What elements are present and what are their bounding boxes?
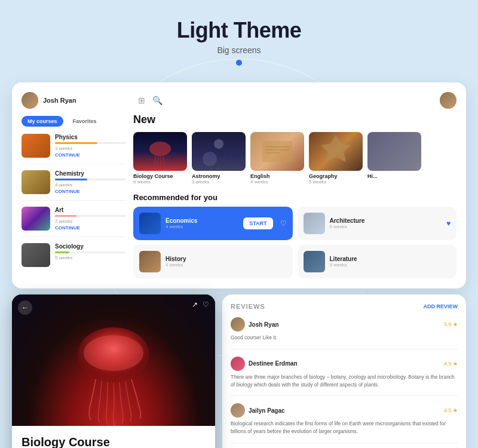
review-text-destinee: There are three major branches of biolog… [231, 373, 458, 389]
sociology-progress [55, 251, 69, 253]
bottom-row: ← ↗ ♡ [12, 294, 466, 448]
biology-detail-card: ← ↗ ♡ [12, 294, 215, 448]
dashboard-card: Josh Ryan My courses Favorites Physics 3… [12, 82, 466, 289]
architecture-heart-icon[interactable]: ♥ [446, 219, 451, 228]
rec-card-history[interactable]: History 4 weeks [133, 245, 293, 278]
chemistry-meta: 4 weeks [55, 182, 126, 188]
review-header-jailyn: Jailyn Pagac 4.5 ★ [231, 403, 458, 418]
chemistry-info: Chemistry 4 weeks CONTINUE [55, 170, 126, 194]
biology-thumb-card [133, 132, 187, 171]
astronomy-thumb-card [192, 132, 246, 171]
economics-meta: 4 weeks [166, 224, 238, 229]
avatar-destinee [231, 357, 245, 371]
add-review-button[interactable]: ADD REVIEW [423, 303, 458, 309]
sidebar-course-sociology: Sociology 5 weeks [22, 243, 126, 273]
avatar-josh [231, 317, 245, 332]
architecture-thumb [304, 213, 325, 234]
search-icon[interactable]: 🔍 [152, 96, 163, 105]
art-name: Art [55, 207, 126, 213]
review-header-destinee: Destinee Erdman 4.5 ★ [231, 357, 458, 371]
economics-thumb [139, 213, 161, 234]
history-meta: 4 weeks [166, 262, 287, 268]
geography-thumb-card [309, 132, 363, 171]
physics-meta: 3 weeks [55, 146, 126, 151]
art-continue[interactable]: CONTINUE [55, 225, 126, 231]
physics-continue[interactable]: CONTINUE [55, 152, 126, 158]
economics-info: Economics 4 weeks [166, 217, 238, 229]
chemistry-name: Chemistry [55, 170, 126, 177]
rec-card-architecture[interactable]: Architecture 6 weeks ♥ [298, 207, 457, 240]
biology-card-name: Biology Course [133, 173, 187, 179]
review-text-josh: Good course! Like it. [231, 334, 458, 342]
chemistry-progress [55, 179, 87, 180]
literature-meta: 3 weeks [330, 262, 451, 268]
astronomy-card-name: Astronomy [192, 173, 246, 179]
reviews-title: REVIEWS [231, 303, 265, 310]
economics-start-btn[interactable]: START [243, 217, 272, 229]
avatar [22, 92, 38, 109]
svg-point-0 [149, 142, 171, 156]
reviewer-rating-josh: 5.0 ★ [444, 321, 458, 327]
bookmark-icon[interactable]: ♡ [203, 300, 209, 309]
biology-content: Biology Course 4 weeks ★★★★☆ Biology is … [12, 426, 215, 448]
tab-buttons: My courses Favorites [22, 116, 126, 127]
my-courses-tab[interactable]: My courses [22, 116, 63, 127]
economics-heart-icon[interactable]: ♡ [280, 219, 287, 228]
chemistry-progress-wrap [55, 179, 126, 180]
biology-image: ← ↗ ♡ [12, 294, 215, 426]
user-avatar-top [440, 92, 456, 109]
architecture-meta: 6 weeks [330, 224, 442, 229]
course-card-biology[interactable]: Biology Course 6 weeks [133, 132, 187, 185]
english-thumb-card [250, 132, 304, 171]
review-destinee: Destinee Erdman 4.5 ★ There are three ma… [231, 357, 458, 397]
avatar-jailyn [231, 403, 245, 418]
course-card-more: Hi... [367, 132, 421, 185]
svg-line-4 [163, 156, 164, 170]
reviewer-rating-destinee: 4.5 ★ [444, 361, 458, 367]
course-card-english[interactable]: English 4 weeks [250, 132, 304, 185]
sidebar: Josh Ryan My courses Favorites Physics 3… [22, 92, 126, 279]
physics-info: Physics 3 weeks CONTINUE [55, 134, 126, 158]
chemistry-continue[interactable]: CONTINUE [55, 189, 126, 194]
history-thumb [139, 251, 161, 272]
reviews-card: REVIEWS ADD REVIEW Josh Ryan 5.0 ★ Good … [222, 294, 466, 448]
recommended-row-2: History 4 weeks Literature 3 weeks [133, 245, 456, 278]
biology-card-meta: 6 weeks [133, 179, 187, 185]
new-section-title: New [133, 113, 456, 126]
page-subtitle: Big screens [0, 45, 478, 55]
more-thumb-card [367, 132, 421, 171]
rec-card-economics[interactable]: Economics 4 weeks START ♡ [133, 207, 293, 240]
biology-title: Biology Course [22, 435, 206, 448]
course-card-geography[interactable]: Geography 5 weeks [309, 132, 363, 185]
history-info: History 4 weeks [166, 256, 287, 268]
grid-icon[interactable]: ⊞ [138, 96, 145, 105]
main-content: ⊞ 🔍 New [133, 92, 456, 279]
svg-line-1 [154, 155, 156, 169]
sociology-meta: 5 weeks [55, 255, 126, 260]
economics-name: Economics [166, 217, 238, 224]
physics-thumb [22, 134, 50, 158]
art-thumb [22, 207, 50, 231]
rec-card-literature[interactable]: Literature 3 weeks [298, 245, 457, 278]
favorites-tab[interactable]: Favorites [67, 116, 103, 127]
reviewer-name-josh: Josh Ryan [249, 321, 440, 328]
art-info: Art 2 weeks CONTINUE [55, 207, 126, 231]
reviewer-name-jailyn: Jailyn Pagac [249, 407, 440, 414]
literature-info: Literature 3 weeks [330, 256, 451, 268]
share-icon[interactable]: ↗ [192, 300, 198, 309]
astronomy-card-meta: 3 weeks [192, 179, 246, 185]
back-button[interactable]: ← [18, 300, 32, 315]
geography-card-meta: 5 weeks [309, 179, 363, 185]
literature-thumb [304, 251, 325, 272]
reviews-header: REVIEWS ADD REVIEW [231, 303, 458, 310]
physics-name: Physics [55, 134, 126, 140]
svg-point-5 [214, 139, 223, 149]
geography-card-name: Geography [309, 173, 363, 179]
content-header: ⊞ 🔍 [133, 92, 456, 109]
course-card-astronomy[interactable]: Astronomy 3 weeks [192, 132, 246, 185]
english-card-meta: 4 weeks [250, 179, 304, 185]
new-courses-row: Biology Course 6 weeks Astronomy 3 weeks [133, 132, 456, 185]
literature-name: Literature [330, 256, 451, 262]
architecture-info: Architecture 6 weeks [330, 217, 442, 229]
page-header: Light Theme Big screens [0, 0, 478, 76]
